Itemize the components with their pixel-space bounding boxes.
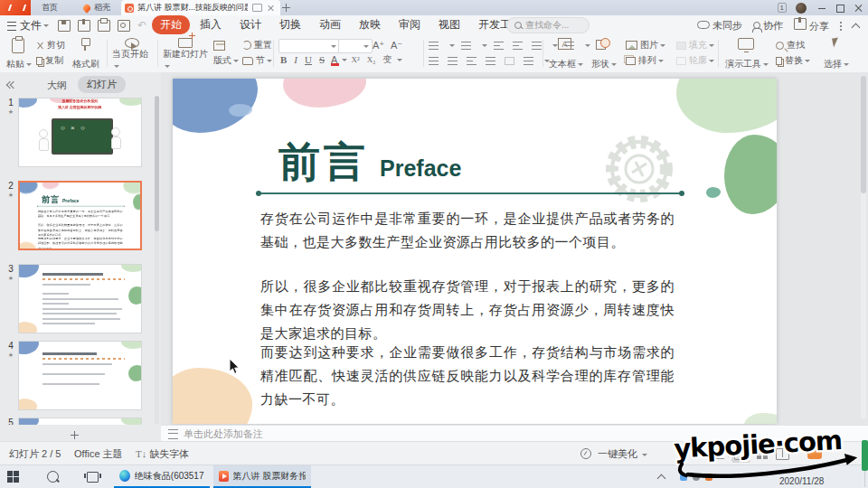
section-button[interactable]: 节 [242, 54, 272, 67]
slide-title-row[interactable]: 前言 Preface [278, 135, 461, 191]
format-painter-button[interactable]: 格式刷 [69, 37, 103, 70]
print-preview-icon[interactable] [118, 20, 130, 32]
grow-font-button[interactable]: A⁺ [373, 39, 384, 52]
subscript-button[interactable]: X₂ [367, 55, 376, 64]
bullets-icon[interactable] [429, 42, 439, 50]
task-view-button[interactable] [87, 465, 99, 488]
tab-outline[interactable]: 大纲 [47, 79, 67, 92]
slide-2-thumbnail-selected[interactable]: 前言Preface 存货在公司运作中是非常重要的一环，是企业提供产品或者劳务的基… [18, 181, 142, 250]
reset-button[interactable]: 重置 [242, 39, 272, 52]
collapse-panel-button[interactable] [7, 79, 16, 89]
select-button[interactable]: 选择 [821, 37, 852, 70]
panel-scrollbar-thumb[interactable] [155, 96, 159, 231]
tab-slideshow[interactable]: 放映 [351, 15, 389, 34]
command-search-input[interactable]: 查找命令... [506, 17, 590, 33]
shrink-font-button[interactable]: A⁻ [391, 39, 402, 52]
tab-review[interactable]: 审阅 [391, 15, 429, 34]
distribute-icon[interactable] [505, 57, 514, 65]
tray-expand-button[interactable] [658, 465, 665, 488]
textbox-button[interactable]: A 文本框 [548, 37, 584, 70]
tab-design[interactable]: 设计 [231, 15, 269, 34]
font-color-button[interactable]: A [331, 54, 337, 65]
picture-button[interactable]: 图片 [626, 39, 665, 52]
tab-document[interactable]: 第八讲 股票财...技能反映的问题 [121, 0, 280, 15]
tab-animation[interactable]: 动画 [311, 15, 349, 34]
theme-name[interactable]: Office 主题 [74, 447, 123, 461]
tab-preview-icon[interactable] [252, 4, 262, 12]
export-icon[interactable] [78, 20, 90, 32]
avatar[interactable] [796, 0, 807, 15]
tab-slides[interactable]: 幻灯片 [78, 76, 126, 93]
paste-button[interactable]: 粘贴 [4, 37, 34, 70]
fill-button[interactable]: 填充 [676, 39, 714, 52]
minimize-button[interactable] [817, 0, 826, 15]
current-slide[interactable]: 前言 Preface 存货在公司运作中是非常重要的一环，是企业提供产品或者劳务的… [173, 79, 777, 424]
tab-transition[interactable]: 切换 [271, 15, 309, 34]
line-spacing-icon[interactable] [532, 42, 542, 50]
copy-button[interactable]: 复制 [36, 54, 63, 67]
share-button[interactable]: 分享 [794, 18, 829, 33]
tab-view[interactable]: 视图 [430, 15, 468, 34]
numbering-icon[interactable] [461, 42, 471, 50]
wps-logo[interactable] [0, 0, 31, 15]
new-slide-button[interactable]: 新建幻灯片 [163, 37, 210, 70]
justify-icon[interactable] [486, 57, 495, 65]
tab-start[interactable]: 开始 [152, 15, 190, 34]
tab-docer[interactable]: 稻壳 [76, 0, 118, 15]
strikethrough-button[interactable]: S [319, 54, 325, 65]
slide-canvas[interactable]: 前言 Preface 存货在公司运作中是非常重要的一环，是企业提供产品或者劳务的… [161, 72, 868, 425]
shapes-button[interactable]: 形状 [588, 37, 620, 70]
taskbar-edge-task[interactable]: 绝味食品(603517... [114, 465, 210, 488]
font-name-combo[interactable] [278, 39, 340, 53]
align-left-icon[interactable] [429, 57, 439, 65]
slide-5-thumbnail[interactable] [18, 418, 142, 425]
new-tab-button[interactable] [282, 0, 290, 15]
tab-close-icon[interactable] [267, 5, 274, 12]
collapse-ribbon-icon[interactable] [852, 23, 861, 32]
slide-4-thumbnail[interactable] [18, 341, 142, 410]
superscript-button[interactable]: X² [351, 55, 359, 64]
slide-paragraph-3[interactable]: 而要达到这种要求，企业需要做很多工作，存货结构与市场需求的精准匹配、快速灵活的供… [260, 341, 675, 411]
close-button[interactable] [854, 0, 863, 15]
panel-scrollbar[interactable] [155, 96, 159, 425]
tab-home[interactable]: 首页 [34, 0, 65, 15]
find-button[interactable]: 查找 [776, 39, 805, 52]
thumbnail-item-2[interactable]: 2 ★ 前言Preface 存货在公司运作中是非常重要的一环，是企业提供产品或者… [0, 181, 161, 250]
align-center-icon[interactable] [448, 57, 458, 65]
slide-3-thumbnail[interactable] [18, 264, 142, 333]
outline-button[interactable]: 轮廓 [676, 54, 714, 67]
replace-button[interactable]: 替换 [776, 54, 810, 67]
save-icon[interactable] [58, 20, 71, 32]
align-right-icon[interactable] [467, 57, 476, 65]
align-text-icon[interactable] [524, 57, 533, 65]
play-from-current-button[interactable]: 当页开始 [112, 37, 154, 70]
maximize-button[interactable] [835, 0, 844, 15]
slide-1-thumbnail[interactable]: 股票财务报表分析系列 第八讲 存货技能反映的问题 ○ × ○ [18, 98, 142, 167]
slide-paragraph-2[interactable]: 所以，很多企业都比较重视存货管理，对于报表上的研究，更多的集中在存货资源占用和存… [260, 275, 675, 345]
thumbnail-item-5[interactable]: 5 [0, 418, 161, 425]
more-options-icon[interactable] [840, 22, 842, 23]
slide-paragraph-1[interactable]: 存货在公司运作中是非常重要的一环，是企业提供产品或者劳务的基础，也是大多数生产型… [260, 207, 675, 254]
arrange-button[interactable]: 排列 [626, 54, 664, 67]
add-slide-button[interactable] [71, 431, 80, 441]
missing-font-warning[interactable]: T↓ 缺失字体 [136, 447, 189, 461]
beautify-button[interactable]: 一键美化 [580, 447, 647, 461]
decrease-indent-icon[interactable] [494, 42, 504, 50]
thumbnail-item-3[interactable]: 3 ★ [0, 264, 161, 333]
thumbnail-item-1[interactable]: 1 ★ 股票财务报表分析系列 第八讲 存货技能反映的问题 ○ × ○ [0, 98, 161, 167]
tab-insert[interactable]: 插入 [192, 15, 230, 34]
bold-button[interactable]: B [280, 54, 287, 65]
presentation-tools-button[interactable]: 演示工具 [723, 37, 770, 70]
text-effects-button[interactable]: 变 [382, 53, 392, 66]
undo-icon[interactable]: ↶ [137, 19, 146, 32]
thumbnail-item-4[interactable]: 4 ★ [0, 341, 161, 410]
collaborate-button[interactable]: 协作 [753, 19, 783, 33]
italic-button[interactable]: I [294, 54, 297, 65]
sync-status[interactable]: 未同步 [697, 19, 742, 33]
taskbar-wps-task[interactable]: 第八讲 股票财务报... [213, 465, 311, 488]
layout-button[interactable]: 版式 [213, 54, 239, 67]
underline-button[interactable]: U [305, 54, 312, 65]
cut-button[interactable]: 剪切 [36, 39, 65, 52]
taskbar-search-button[interactable] [47, 465, 59, 488]
file-menu[interactable]: 文件 [7, 18, 49, 33]
